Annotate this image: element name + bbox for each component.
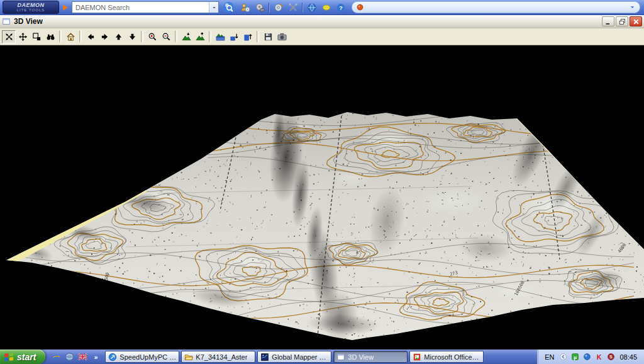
water-icon (216, 32, 225, 42)
rotate-right-button[interactable] (97, 30, 111, 43)
kaspersky-icon: K (595, 353, 603, 361)
taskbar-task-microsoft-office-pi-[interactable]: Microsoft Office Pi... (409, 351, 484, 363)
zoom-in-button[interactable] (145, 30, 159, 43)
svg-text:S: S (609, 355, 613, 359)
tray-utorrent[interactable]: µ (570, 352, 580, 362)
3d-viewport (0, 45, 644, 350)
win-restore-icon (618, 18, 626, 26)
tool-zoom-box-button[interactable] (30, 30, 43, 43)
dropdown-up-icon (211, 4, 217, 10)
daemon-toolbar: DAEMON LITE TOOLS ? (0, 0, 644, 15)
taskbar-task-3d-view[interactable]: 3D View (333, 351, 408, 363)
task-label: 3D View (348, 353, 374, 361)
chevron-circle-icon (559, 353, 567, 361)
tray-hide-icons[interactable] (558, 352, 568, 362)
desktop: DAEMON LITE TOOLS ? (0, 0, 644, 364)
browser-quicklaunch-button[interactable] (64, 351, 75, 363)
globe-blue-icon (65, 352, 74, 361)
svg-text:K: K (597, 353, 602, 361)
user-disc-button[interactable] (238, 1, 252, 14)
help-icon: ? (336, 3, 346, 13)
window-icon (336, 353, 345, 361)
window-icon (2, 17, 11, 26)
terrain-down-icon (182, 32, 191, 42)
tilt-down-button[interactable] (125, 30, 139, 43)
search-go-button[interactable] (221, 1, 235, 14)
tool-orbit-button[interactable] (2, 30, 16, 43)
arrow-down-icon (128, 32, 137, 42)
task-label: Global Mapper v1... (272, 353, 328, 361)
daemon-tools-logo[interactable]: DAEMON LITE TOOLS (3, 1, 59, 14)
tilt-up-button[interactable] (111, 30, 125, 43)
move-icon (18, 32, 28, 42)
play-arrow-icon[interactable] (63, 4, 68, 11)
svg-text:µ: µ (574, 355, 577, 360)
taskbar-task-global-mapper-v1-[interactable]: Global Mapper v1... (257, 351, 331, 363)
overflow-quicklaunch-button[interactable]: » (90, 351, 102, 363)
globe-icon (307, 3, 317, 13)
speedup-icon (108, 353, 117, 361)
capture-screenshot-button[interactable] (275, 30, 289, 43)
water-level-up-button[interactable] (241, 30, 255, 43)
chevrons-icon: » (91, 352, 101, 361)
user-disc-icon (240, 3, 250, 13)
task-buttons: SpeedUpMyPC 2009K7_34134_AsterGlobal Map… (105, 350, 538, 364)
terrain-3d-render[interactable] (0, 45, 644, 350)
window-controls (601, 16, 642, 26)
separator (175, 31, 177, 42)
binoculars-icon (46, 32, 55, 42)
zoom-out-button[interactable] (159, 30, 173, 43)
tray-updater[interactable] (582, 352, 592, 362)
window-titlebar: 3D View (0, 15, 644, 28)
separator (59, 31, 62, 42)
minimize-button[interactable] (602, 16, 614, 26)
win-close-icon (632, 18, 640, 26)
zoom-out-icon (162, 32, 171, 42)
taskbar-task-speedupmypc-2009[interactable]: SpeedUpMyPC 2009 (105, 351, 179, 363)
tool-pan-button[interactable] (16, 30, 30, 43)
save-icon (264, 32, 273, 42)
show-water-button[interactable] (213, 30, 227, 43)
separator (257, 31, 259, 42)
water-level-down-button[interactable] (227, 30, 241, 43)
arrow-left-icon (86, 32, 96, 42)
restore-button[interactable] (616, 16, 628, 26)
separator (269, 3, 269, 13)
search-dropdown-button[interactable] (209, 2, 218, 13)
system-tray: EN µKS 08:45 (538, 350, 644, 364)
water-up-icon (243, 32, 253, 42)
blue-sphere-icon (583, 353, 591, 361)
start-button[interactable]: start (0, 350, 45, 364)
help-button[interactable]: ? (333, 1, 348, 14)
lemon-icon (321, 3, 331, 13)
tool-find-button[interactable] (43, 30, 57, 43)
burn-disc-button[interactable] (271, 1, 286, 14)
daemon-banner[interactable] (352, 1, 640, 13)
rotate-left-button[interactable] (84, 30, 97, 43)
water-down-icon (230, 32, 239, 42)
internet-explorer-quicklaunch-button[interactable]: e (50, 351, 62, 363)
disc-drive-button[interactable] (252, 1, 267, 14)
taskbar: start e» SpeedUpMyPC 2009K7_34134_AsterG… (0, 350, 644, 364)
exaggeration-up-button[interactable] (193, 30, 207, 43)
svg-text:?: ? (339, 4, 343, 11)
daemon-icon-buttons: ? (238, 1, 348, 14)
uk-flag-quicklaunch-button[interactable] (77, 351, 89, 363)
save-button[interactable] (261, 30, 275, 43)
close-button[interactable] (630, 16, 642, 26)
exaggeration-down-button[interactable] (179, 30, 193, 43)
taskbar-task-k7-34134-aster[interactable]: K7_34134_Aster (181, 351, 255, 363)
tools-button[interactable] (286, 1, 300, 14)
chevron-down-icon[interactable] (629, 4, 636, 11)
daemon-search-input[interactable] (72, 2, 209, 13)
web-globe-button[interactable] (304, 1, 319, 14)
logo-line1: DAEMON (18, 3, 45, 8)
daemon-search-box (72, 1, 219, 13)
lite-button[interactable] (319, 1, 333, 14)
folder-icon (184, 353, 193, 361)
clock: 08:45 (618, 353, 638, 361)
language-indicator[interactable]: EN (543, 353, 555, 361)
tray-kaspersky[interactable]: K (594, 352, 604, 362)
tray-security[interactable]: S (606, 352, 616, 362)
reset-view-button[interactable] (64, 30, 77, 43)
